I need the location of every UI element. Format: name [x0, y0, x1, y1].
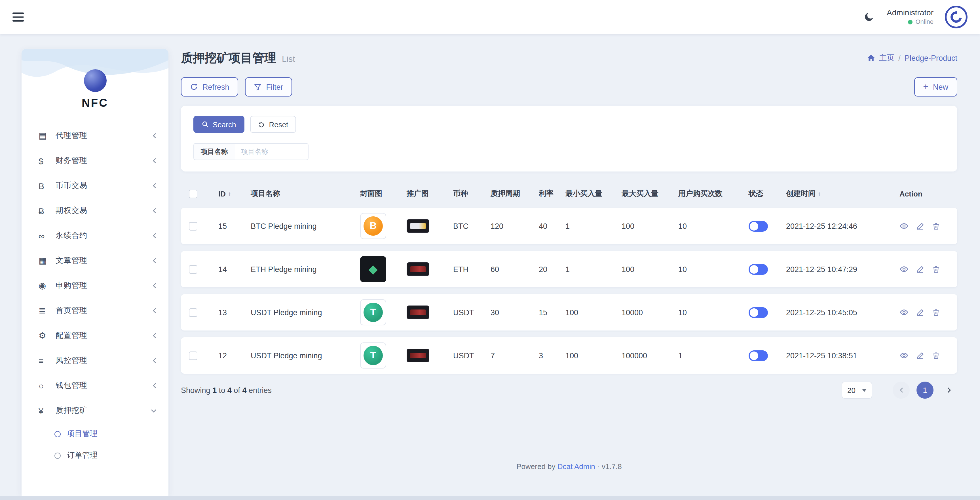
chevron-left-icon	[152, 182, 157, 189]
dark-mode-toggle[interactable]	[862, 10, 875, 24]
cell-rate: 40	[539, 222, 565, 230]
sort-arrow-icon[interactable]: ↑	[228, 190, 231, 197]
search-button[interactable]: Search	[193, 116, 245, 133]
reset-button[interactable]: Reset	[250, 116, 296, 133]
cell-period: 120	[490, 222, 539, 230]
view-icon[interactable]	[899, 265, 908, 274]
delete-icon[interactable]	[932, 265, 940, 273]
cell-id: 14	[218, 265, 251, 273]
pagination-prev-button[interactable]	[892, 382, 910, 399]
logo-text: NFC	[22, 97, 169, 110]
hamburger-menu-icon[interactable]	[13, 11, 24, 24]
cover-image[interactable]: T	[360, 342, 386, 369]
cell-min-buy: 1	[565, 222, 622, 230]
chevron-left-icon	[152, 232, 157, 239]
chevron-left-icon	[152, 307, 157, 314]
row-checkbox[interactable]	[189, 265, 197, 273]
column-header-created[interactable]: 创建时间 ↑	[786, 188, 899, 199]
sidebar-item-order-management[interactable]: 订单管理	[22, 445, 169, 466]
sidebar-item-article[interactable]: ▦ 文章管理	[22, 248, 169, 273]
row-checkbox[interactable]	[189, 308, 197, 316]
view-icon[interactable]	[899, 351, 908, 360]
article-icon: ▦	[38, 256, 56, 266]
bullet-circle-icon	[54, 452, 61, 458]
search-icon	[202, 121, 209, 128]
cover-image[interactable]: T	[360, 299, 386, 325]
promo-image[interactable]	[407, 305, 429, 319]
sidebar-item-homepage[interactable]: ≣ 首页管理	[22, 298, 169, 323]
sidebar-item-risk[interactable]: ≡ 风控管理	[22, 348, 169, 373]
breadcrumb-separator: /	[898, 54, 900, 62]
status-toggle[interactable]	[749, 350, 768, 361]
horizontal-scrollbar[interactable]	[0, 496, 980, 500]
wallet-icon: ○	[38, 381, 56, 390]
status-toggle[interactable]	[749, 220, 768, 232]
cell-buy-count: 10	[678, 222, 749, 230]
sidebar-item-wallet[interactable]: ○ 钱包管理	[22, 373, 169, 398]
filter-button[interactable]: Filter	[245, 77, 292, 97]
column-header-promo: 推广图	[407, 188, 453, 199]
promo-image[interactable]	[407, 262, 429, 276]
home-icon	[867, 54, 875, 62]
id-card-icon: ▤	[38, 131, 56, 141]
edit-icon[interactable]	[916, 265, 924, 273]
cell-coin: ETH	[453, 265, 490, 273]
sidebar-item-finance[interactable]: $ 财务管理	[22, 148, 169, 173]
view-icon[interactable]	[899, 222, 908, 230]
view-icon[interactable]	[899, 308, 908, 317]
cell-buy-count: 10	[678, 265, 749, 273]
status-toggle[interactable]	[749, 264, 768, 275]
table-footer: Showing 1 to 4 of 4 entries 20	[181, 382, 957, 399]
cover-image[interactable]: B	[360, 213, 386, 239]
delete-icon[interactable]	[932, 351, 940, 360]
cell-max-buy: 100000	[622, 351, 678, 360]
sidebar-item-spot-trade[interactable]: B 币币交易	[22, 173, 169, 198]
logo-icon	[84, 69, 107, 92]
cell-coin: USDT	[453, 351, 490, 360]
promo-image[interactable]	[407, 349, 429, 362]
sidebar-item-perpetual[interactable]: ∞ 永续合约	[22, 223, 169, 248]
pagination-page-1-button[interactable]: 1	[916, 382, 934, 399]
promo-image[interactable]	[407, 219, 429, 233]
table-row: 13 USDT Pledge mining T USDT 30 15 100 1…	[181, 294, 957, 331]
edit-icon[interactable]	[916, 308, 924, 316]
column-header-id[interactable]: ID ↑	[218, 189, 251, 198]
topbar: Administrator Online	[0, 0, 980, 34]
row-checkbox[interactable]	[189, 351, 197, 360]
new-button[interactable]: + New	[914, 77, 957, 97]
project-name-input[interactable]	[235, 143, 309, 160]
sort-arrow-icon[interactable]: ↑	[818, 190, 821, 197]
breadcrumb-home-link[interactable]: 主页	[879, 53, 894, 63]
filter-field-row: 项目名称	[193, 143, 945, 160]
cell-project-name: BTC Pledge mining	[251, 222, 360, 230]
undo-icon	[258, 121, 265, 128]
avatar[interactable]	[945, 6, 967, 29]
sidebar-item-pledge-mining[interactable]: ¥ 质押挖矿	[22, 398, 169, 423]
select-all-checkbox[interactable]	[189, 189, 197, 198]
filter-panel: Search Reset 项目名称	[181, 105, 957, 171]
pagination-next-button[interactable]	[940, 382, 957, 399]
edit-icon[interactable]	[916, 222, 924, 230]
refresh-button[interactable]: Refresh	[181, 77, 239, 97]
column-header-min-buy: 最小买入量	[565, 188, 622, 199]
row-checkbox[interactable]	[189, 222, 197, 230]
status-toggle[interactable]	[749, 307, 768, 318]
cover-image[interactable]: ◆	[360, 256, 386, 282]
sidebar-item-subscribe[interactable]: ◉ 申购管理	[22, 273, 169, 298]
delete-icon[interactable]	[932, 222, 940, 230]
sidebar-item-config[interactable]: ⚙ 配置管理	[22, 323, 169, 348]
column-header-name: 项目名称	[251, 188, 360, 199]
sidebar-item-options[interactable]: Ƀ 期权交易	[22, 198, 169, 223]
cell-created: 2021-12-25 10:38:51	[786, 351, 899, 360]
cell-min-buy: 100	[565, 308, 622, 316]
table-row: 14 ETH Pledge mining ◆ ETH 60 20 1 100 1…	[181, 251, 957, 288]
delete-icon[interactable]	[932, 308, 940, 316]
sidebar: NFC ▤ 代理管理 $ 财务管理 B 币币交易 Ƀ 期权交易	[22, 49, 169, 496]
dcat-admin-link[interactable]: Dcat Admin	[557, 462, 595, 471]
chevron-down-icon	[150, 408, 157, 413]
sidebar-item-agent[interactable]: ▤ 代理管理	[22, 123, 169, 148]
homepage-icon: ≣	[38, 305, 56, 316]
edit-icon[interactable]	[916, 351, 924, 360]
page-size-select[interactable]: 20	[842, 382, 872, 399]
sidebar-item-project-management[interactable]: 项目管理	[22, 423, 169, 445]
